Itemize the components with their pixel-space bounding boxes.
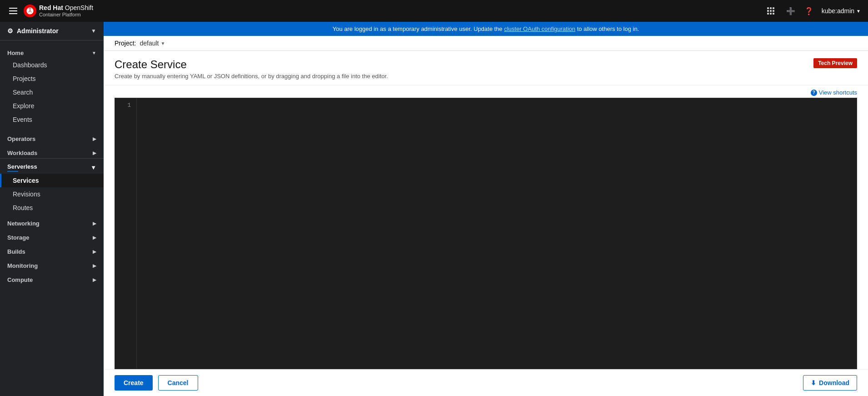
- storage-label: Storage: [7, 234, 29, 241]
- sidebar-item-monitoring[interactable]: Monitoring ▶: [0, 257, 104, 271]
- compute-label: Compute: [7, 276, 33, 283]
- view-shortcuts-label: View shortcuts: [819, 89, 857, 96]
- networking-label: Networking: [7, 220, 40, 227]
- project-value: default: [140, 40, 159, 47]
- sidebar-item-workloads[interactable]: Workloads ▶: [0, 144, 104, 158]
- sidebar-section-home: Home ▼ Dashboards Projects Search Explor…: [0, 40, 104, 130]
- sidebar-role-caret: ▼: [91, 28, 96, 34]
- user-menu-caret: ▼: [856, 9, 861, 14]
- create-button[interactable]: Create: [115, 375, 153, 391]
- code-area[interactable]: [137, 98, 857, 369]
- line-numbers: 1: [115, 98, 137, 369]
- home-label: Home: [7, 50, 24, 56]
- storage-chevron: ▶: [93, 235, 96, 240]
- monitoring-label: Monitoring: [7, 262, 38, 269]
- top-nav: Red Hat OpenShift Container Platform ➕ ❓…: [0, 0, 868, 22]
- sidebar-item-search[interactable]: Search: [0, 85, 104, 99]
- footer-left: Create Cancel: [115, 375, 198, 391]
- role-icon: ⚙: [7, 27, 13, 35]
- search-label: Search: [13, 89, 33, 96]
- projects-label: Projects: [13, 75, 36, 82]
- sidebar-item-dashboards[interactable]: Dashboards: [0, 58, 104, 72]
- redhat-icon: [26, 7, 34, 15]
- brand-openshift: OpenShift: [65, 4, 93, 11]
- page-title: Create Service: [115, 58, 388, 71]
- project-bar: Project: default ▼: [104, 36, 868, 51]
- sidebar: ⚙ Administrator ▼ Home ▼ Dashboards Proj…: [0, 22, 104, 396]
- sidebar-item-projects[interactable]: Projects: [0, 72, 104, 85]
- sidebar-item-revisions[interactable]: Revisions: [0, 187, 104, 201]
- workloads-chevron: ▶: [93, 150, 96, 155]
- alert-text-end: to allow others to log in.: [577, 25, 639, 32]
- hamburger-menu[interactable]: [7, 6, 19, 16]
- editor-toolbar: ? View shortcuts: [115, 85, 857, 98]
- page-title-area: Create Service Create by manually enteri…: [104, 51, 868, 85]
- view-shortcuts-link[interactable]: ? View shortcuts: [811, 89, 857, 96]
- cancel-button[interactable]: Cancel: [158, 375, 198, 391]
- project-label: Project:: [115, 40, 136, 47]
- download-label: Download: [819, 379, 849, 386]
- project-caret: ▼: [161, 41, 165, 46]
- builds-chevron: ▶: [93, 249, 96, 254]
- operators-label: Operators: [7, 135, 35, 142]
- sidebar-role-label: Administrator: [17, 27, 59, 35]
- oauth-config-link[interactable]: cluster OAuth configuration: [504, 25, 575, 32]
- sidebar-item-compute[interactable]: Compute ▶: [0, 271, 104, 285]
- user-menu[interactable]: kube:admin ▼: [822, 7, 861, 15]
- sidebar-item-builds[interactable]: Builds ▶: [0, 243, 104, 257]
- sidebar-item-serverless[interactable]: Serverless ▼: [0, 159, 104, 174]
- shortcuts-question-icon: ?: [811, 90, 817, 96]
- redhat-circle-logo: [24, 5, 36, 17]
- serverless-label: Serverless: [7, 163, 37, 170]
- tech-preview-badge: Tech Preview: [813, 58, 857, 68]
- routes-label: Routes: [13, 204, 33, 211]
- brand-logo: Red Hat OpenShift Container Platform: [24, 4, 93, 18]
- builds-label: Builds: [7, 248, 25, 255]
- sidebar-item-networking[interactable]: Networking ▶: [0, 215, 104, 229]
- networking-chevron: ▶: [93, 221, 96, 226]
- alert-banner: You are logged in as a temporary adminis…: [104, 22, 868, 36]
- project-dropdown[interactable]: default ▼: [140, 40, 165, 47]
- line-number-1: 1: [115, 102, 131, 109]
- compute-chevron: ▶: [93, 277, 96, 282]
- brand-text: Red Hat OpenShift Container Platform: [39, 4, 93, 18]
- monitoring-chevron: ▶: [93, 263, 96, 268]
- help-icon[interactable]: ❓: [803, 7, 814, 15]
- sidebar-item-operators[interactable]: Operators ▶: [0, 130, 104, 144]
- sidebar-role-selector[interactable]: ⚙ Administrator ▼: [0, 22, 104, 40]
- sidebar-item-routes[interactable]: Routes: [0, 201, 104, 215]
- home-chevron: ▼: [92, 50, 96, 55]
- workloads-label: Workloads: [7, 150, 37, 156]
- brand-redhat: Red Hat: [39, 4, 63, 11]
- dashboards-label: Dashboards: [13, 61, 47, 69]
- explore-label: Explore: [13, 102, 34, 110]
- top-nav-right: ➕ ❓ kube:admin ▼: [767, 7, 861, 15]
- user-name: kube:admin: [822, 7, 854, 15]
- events-label: Events: [13, 116, 32, 123]
- content-area: You are logged in as a temporary adminis…: [104, 22, 868, 396]
- sidebar-item-home[interactable]: Home ▼: [0, 44, 104, 58]
- add-icon[interactable]: ➕: [785, 7, 796, 15]
- download-button[interactable]: ⬇ Download: [803, 375, 857, 391]
- sidebar-item-explore[interactable]: Explore: [0, 99, 104, 113]
- editor-container: ? View shortcuts 1: [104, 85, 868, 369]
- alert-text: You are logged in as a temporary adminis…: [333, 25, 504, 32]
- revisions-label: Revisions: [13, 190, 40, 198]
- serverless-chevron: ▼: [90, 164, 96, 171]
- page-content: Create Service Create by manually enteri…: [104, 51, 868, 396]
- services-label: Services: [13, 177, 39, 184]
- code-editor[interactable]: 1: [115, 98, 857, 369]
- brand-container-platform: Container Platform: [39, 12, 93, 18]
- sidebar-item-storage[interactable]: Storage ▶: [0, 229, 104, 243]
- sidebar-item-services[interactable]: Services: [0, 174, 104, 187]
- download-icon: ⬇: [811, 379, 816, 386]
- operators-chevron: ▶: [93, 136, 96, 141]
- serverless-accent: [7, 171, 18, 172]
- sidebar-item-events[interactable]: Events: [0, 113, 104, 126]
- page-subtitle: Create by manually entering YAML or JSON…: [115, 73, 388, 80]
- footer-buttons: Create Cancel ⬇ Download: [104, 369, 868, 396]
- grid-icon[interactable]: [767, 7, 778, 15]
- sidebar-serverless-section: Serverless ▼ Services Revisions Routes: [0, 158, 104, 215]
